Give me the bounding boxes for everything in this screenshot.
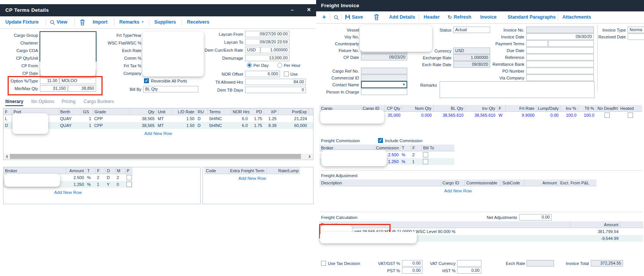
header-button[interactable]: Header	[424, 14, 440, 20]
include-commission-checkbox[interactable]	[378, 138, 383, 143]
p-checkbox[interactable]	[127, 182, 132, 187]
view-button[interactable]: View	[57, 19, 67, 25]
import-button[interactable]: Import	[93, 19, 108, 25]
cargo-ref-no-field[interactable]	[361, 68, 407, 74]
use-checkbox[interactable]	[284, 71, 289, 76]
cell-f[interactable]: W	[497, 112, 505, 119]
hst-field[interactable]: 0.00	[457, 267, 481, 274]
demurrage-field[interactable]: 13,000.00	[245, 55, 290, 61]
trash-icon[interactable]	[80, 19, 85, 25]
cell-m[interactable]: 0	[115, 181, 125, 188]
cell-inv-pct[interactable]: 100.0	[560, 112, 578, 119]
update-fixture-button[interactable]: Update Fixture	[5, 19, 39, 25]
cell-f[interactable]: 2	[95, 174, 105, 181]
cell-amount[interactable]: 2.500	[66, 174, 85, 181]
cell-f[interactable]: 1	[411, 158, 421, 165]
cell-t[interactable]: %	[400, 158, 411, 165]
invoice-button[interactable]: Invoice	[480, 14, 497, 20]
tab-itinerary[interactable]: Itinerary	[5, 99, 23, 106]
cell-f[interactable]: D	[3, 122, 12, 129]
bill-to-checkbox[interactable]	[423, 159, 428, 164]
cell-f[interactable]: 2	[411, 151, 421, 159]
dem-tb-days-field[interactable]: 0	[245, 87, 306, 93]
scroll-left-arrow[interactable]	[4, 155, 8, 159]
cell-grade[interactable]: CPP	[93, 115, 130, 122]
reference-field[interactable]	[526, 54, 594, 60]
p-checkbox[interactable]	[127, 175, 132, 180]
remittance-bank-field[interactable]	[526, 61, 594, 67]
cell-amount[interactable]: 381,799.54	[570, 228, 620, 235]
cell-terms[interactable]: SHINC	[207, 115, 231, 122]
payment-terms-code-field[interactable]	[526, 40, 548, 47]
cell-xp[interactable]: 8.39	[264, 122, 278, 129]
remarks-button[interactable]: Remarks	[119, 19, 139, 25]
itinerary-add-new-row-link[interactable]: Add New Row	[3, 131, 313, 136]
scroll-right-arrow[interactable]	[309, 155, 313, 159]
reversible-all-ports-checkbox[interactable]	[144, 78, 149, 83]
cell-grade[interactable]: CPP	[93, 122, 130, 129]
payment-terms-field[interactable]	[548, 40, 594, 47]
received-date-field[interactable]	[628, 33, 644, 40]
minimize-button[interactable]: –	[287, 7, 297, 13]
cell-t[interactable]: %	[400, 151, 411, 159]
attachments-button[interactable]: Attachments	[562, 14, 591, 20]
cell-berth[interactable]: QUAY	[59, 115, 81, 122]
cell-gs[interactable]: 1	[81, 122, 93, 129]
cell-t[interactable]: %	[85, 174, 95, 181]
tab-pricing[interactable]: Pricing	[62, 99, 76, 104]
cell-bl-qty[interactable]: 38,565.610	[433, 112, 465, 119]
per-day-radio[interactable]	[247, 63, 252, 68]
cell-lump-daily[interactable]: 0.00	[536, 112, 560, 119]
cell-d[interactable]: D	[105, 174, 115, 181]
cell-portexp[interactable]: 60,000	[278, 122, 309, 129]
dem-exch-rate-field[interactable]: 1.000000	[261, 47, 290, 53]
cell-ttl-pct[interactable]: 100.0	[578, 112, 596, 119]
cell-inv-qty[interactable]: 38,565.610	[465, 112, 497, 119]
heated-checkbox[interactable]	[628, 113, 633, 118]
cell-nor-hrs[interactable]: 6.0	[231, 122, 249, 129]
cell-cp-qty[interactable]: 35,000	[385, 112, 402, 119]
cell-nom-qty[interactable]: 0.000	[402, 112, 433, 119]
cell-m[interactable]: 2	[115, 174, 125, 181]
cell-gs[interactable]: 1	[81, 115, 93, 122]
cell-ld-rate[interactable]: 1.50	[171, 115, 196, 122]
use-tax-decision-checkbox[interactable]	[321, 261, 326, 266]
cell-nor-hrs[interactable]: 6.0	[231, 115, 249, 122]
per-hour-radio[interactable]	[277, 63, 282, 68]
invoice-type-dropdown[interactable]: Norma	[628, 27, 644, 33]
add-details-button[interactable]: Add Details	[389, 14, 415, 20]
suppliers-button[interactable]: Suppliers	[154, 19, 176, 25]
save-button[interactable]: Save	[352, 14, 363, 20]
cell-unit[interactable]: MT	[156, 115, 171, 122]
nor-offset-field[interactable]: 6.000	[245, 71, 280, 77]
scrollbar-thumb[interactable]	[10, 154, 301, 159]
add-icon[interactable]: +	[322, 13, 326, 21]
person-in-charge-field[interactable]	[361, 89, 407, 95]
cell-frt-rate[interactable]: 9.9000	[505, 112, 536, 119]
cell-xp[interactable]: 1.25	[264, 115, 278, 122]
extra-freight-add-new-row-link[interactable]: Add New Row	[204, 176, 300, 181]
refresh-icon[interactable]: ↻	[448, 14, 452, 20]
save-icon[interactable]	[345, 14, 350, 20]
standard-paragraphs-button[interactable]: Standard Paragraphs	[508, 14, 555, 20]
cell-ld-rate[interactable]: 1.50	[171, 122, 196, 129]
due-date-field[interactable]	[526, 47, 594, 54]
cell-ru[interactable]: D	[196, 115, 207, 122]
close-button[interactable]: ✕	[304, 7, 314, 13]
cell-f[interactable]: 1	[95, 181, 105, 188]
commercial-id-field[interactable]	[361, 75, 407, 81]
tab-cargo-bunkers[interactable]: Cargo Bunkers	[84, 99, 114, 104]
cell-pd[interactable]: 1.75	[249, 122, 264, 129]
no-deadfrt-checkbox[interactable]	[604, 113, 610, 118]
cell-portexp[interactable]: 21,224	[278, 115, 309, 122]
cell-qty[interactable]: 38,565	[130, 115, 156, 122]
net-adjustments-field[interactable]: 0.00	[519, 214, 552, 220]
cell-terms[interactable]: SHINC	[207, 122, 231, 129]
trash-icon[interactable]	[374, 14, 379, 20]
horizontal-scrollbar[interactable]	[4, 154, 313, 159]
cell-t[interactable]: %	[85, 181, 95, 188]
refresh-button[interactable]: Refresh	[454, 14, 472, 20]
laycan-from-field[interactable]: 09/27/20 00:00	[245, 31, 290, 37]
remarks-field[interactable]	[440, 81, 595, 98]
cell-d[interactable]: Y	[105, 181, 115, 188]
